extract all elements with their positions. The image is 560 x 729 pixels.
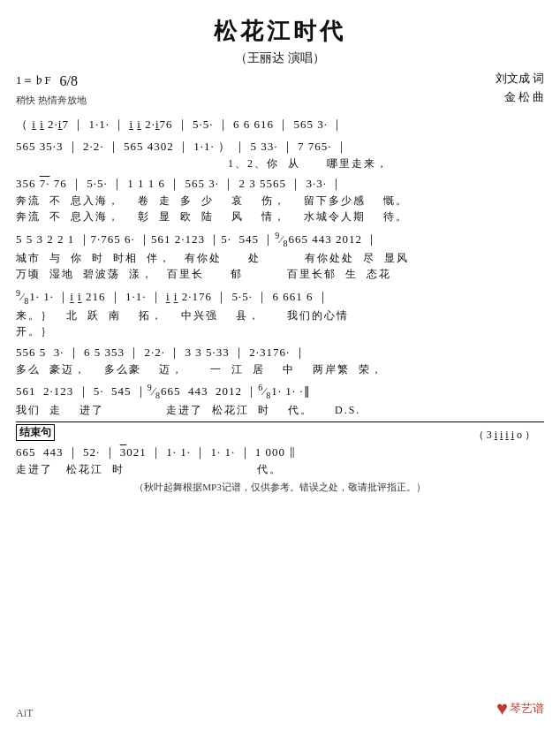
lyrics-line2: 万顷 湿地 碧波荡 漾， 百里长 郁 百里长郁 生 态花	[16, 267, 544, 282]
lyricist: 刘文成 词	[496, 70, 544, 88]
music-line: 5 5 3 2 2 1 ｜7·765 6· ｜561 2·123 ｜5· 545…	[16, 228, 544, 251]
lyrics-line2: 开。｝	[16, 324, 544, 339]
lyrics-line: 1、2、你 从 哪里走来，	[16, 156, 544, 171]
lyrics-line1: 我们 走 进了 走进了 松花江 时 代。 D.S.	[16, 403, 544, 418]
logo-text: 琴艺谱	[510, 701, 544, 717]
watermark: AiT	[16, 707, 33, 720]
subtitle: （王丽达 演唱）	[16, 50, 544, 66]
music-line: 9⁄81· 1· ｜i i 216 ｜ 1·1· ｜ i i 2·176 ｜ 5…	[16, 285, 544, 308]
lyrics-line1: 走进了 松花江 时 代。	[16, 462, 544, 477]
music-content: （ i i 2·i7 ｜ 1·1· ｜ i i 2·i76 ｜ 5·5· ｜ 6…	[16, 115, 544, 494]
lyrics-line1: 多么 豪迈， 多么豪 迈， 一 江 居 中 两岸繁 荣，	[16, 362, 544, 377]
composer: 金 松 曲	[496, 88, 544, 107]
logo-heart-icon: ♥	[496, 697, 508, 720]
music-line: 556 5 3· ｜ 6 5 353 ｜ 2·2· ｜ 3 3 5·33 ｜ 2…	[16, 343, 544, 362]
music-line: 565 35·3 ｜ 2·2· ｜ 565 4302 ｜ 1·1· ） ｜ 5 …	[16, 137, 544, 156]
music-line: 665 443 ｜ 52· ｜ 3021 ｜ 1· 1· ｜ 1· 1· ｜ 1…	[16, 443, 544, 462]
section-label: 结束句	[16, 424, 55, 441]
logo-area: ♥ 琴艺谱	[496, 697, 544, 720]
music-line: （ i i 2·i7 ｜ 1·1· ｜ i i 2·i76 ｜ 5·5· ｜ 6…	[16, 115, 544, 134]
music-line: 561 2·123 ｜ 5· 545 ｜9⁄8665 443 2012 ｜6⁄8…	[16, 380, 544, 403]
lyrics-line1: 来。｝ 北 跃 南 拓， 中兴强 县， 我们的心情	[16, 308, 544, 323]
ending-bracket: （ 3 i i i i o ）	[55, 428, 544, 443]
tempo-marking: 稍快 热情奔放地	[16, 93, 87, 109]
lyrics-line2: 奔流 不 息入海， 彰 显 欧 陆 风 情， 水城令人期 待。	[16, 209, 544, 224]
music-line: 356 7· 76 ｜ 5·5· ｜ 1 1 1 6 ｜ 565 3· ｜ 2 …	[16, 174, 544, 194]
lyrics-line1: 奔流 不 息入海， 卷 走 多 少 哀 伤， 留下多少感 慨。	[16, 194, 544, 209]
key-signature: 1＝♭F 6/8	[16, 70, 87, 93]
footer-note: （秋叶起舞根据MP3记谱，仅供参考。错误之处，敬请批评指正。）	[16, 481, 544, 494]
page-title: 松花江时代	[16, 16, 544, 47]
lyrics-line1: 城市 与 你 时 时相 伴， 有你处 处 有你处处 尽 显风	[16, 251, 544, 266]
